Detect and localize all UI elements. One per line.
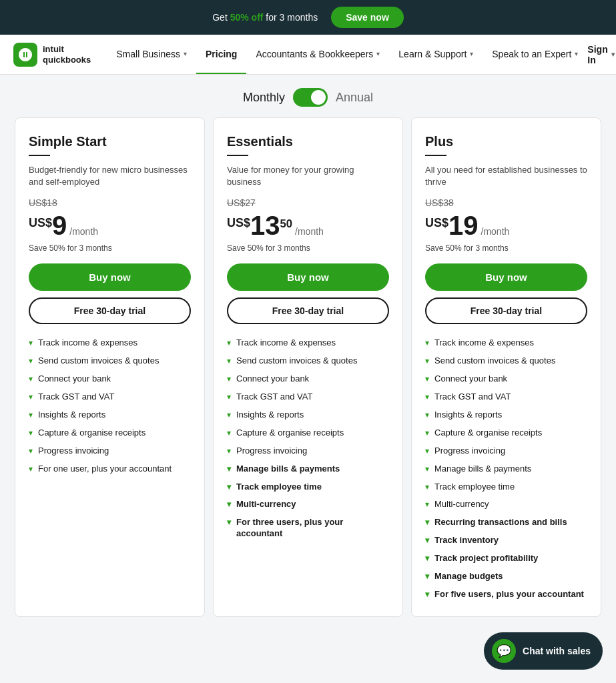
- free-trial-button[interactable]: Free 30-day trial: [29, 297, 191, 324]
- feature-chevron-icon: ▾: [227, 356, 231, 367]
- toggle-knob: [311, 90, 326, 105]
- feature-item: ▾ Manage budgets: [425, 571, 587, 582]
- billing-toggle[interactable]: [293, 88, 328, 107]
- feature-text: Connect your bank: [236, 374, 309, 385]
- feature-item: ▾ Track GST and VAT: [425, 392, 587, 403]
- feature-text: Insights & reports: [434, 410, 502, 421]
- chevron-down-icon: ▾: [184, 50, 187, 57]
- feature-text: Track employee time: [236, 482, 322, 493]
- save-now-button[interactable]: Save now: [331, 7, 404, 28]
- feature-text: For one user, plus your accountant: [38, 464, 172, 475]
- chevron-down-icon: ▾: [611, 51, 615, 58]
- plan-description: Value for money for your growing busines…: [227, 164, 389, 188]
- feature-text: For five users, plus your accountant: [434, 589, 584, 600]
- chevron-down-icon: ▾: [470, 50, 473, 57]
- feature-item: ▾ Track project profitability: [425, 553, 587, 564]
- feature-text: Track GST and VAT: [434, 392, 511, 403]
- feature-chevron-icon: ▾: [29, 410, 33, 421]
- chat-widget[interactable]: 💬 Chat with sales: [484, 632, 603, 637]
- plan-title: Plus: [425, 134, 587, 149]
- feature-item: ▾ Connect your bank: [425, 374, 587, 385]
- feature-text: Progress invoicing: [38, 446, 109, 457]
- feature-chevron-icon: ▾: [29, 374, 33, 385]
- feature-chevron-icon: ▾: [29, 464, 33, 475]
- feature-chevron-icon: ▾: [425, 356, 429, 367]
- plan-card-simple-start: Simple Start Budget-friendly for new mic…: [15, 117, 205, 617]
- feature-text: Track project profitability: [434, 553, 538, 564]
- chevron-down-icon: ▾: [376, 50, 380, 57]
- feature-text: Track income & expenses: [236, 337, 336, 349]
- nav-item-small-business[interactable]: Small Business ▾: [107, 35, 196, 74]
- feature-item: ▾ Connect your bank: [227, 374, 389, 385]
- feature-chevron-icon: ▾: [227, 500, 231, 510]
- feature-item: ▾ Recurring transactions and bills: [425, 517, 587, 528]
- feature-text: Track GST and VAT: [236, 392, 312, 403]
- feature-chevron-icon: ▾: [227, 392, 231, 403]
- pricing-cards-container: Simple Start Budget-friendly for new mic…: [0, 117, 616, 637]
- price-decimal: 50: [280, 217, 293, 236]
- nav-item-pricing[interactable]: Pricing: [196, 35, 246, 74]
- buy-now-button[interactable]: Buy now: [227, 263, 389, 291]
- original-price: US$38: [425, 197, 587, 208]
- buy-now-button[interactable]: Buy now: [29, 263, 191, 291]
- feature-item: ▾ Progress invoicing: [425, 446, 587, 457]
- logo-icon: [13, 43, 37, 67]
- banner-text: Get 50% off for 3 months: [212, 12, 318, 23]
- feature-chevron-icon: ▾: [425, 482, 429, 493]
- sign-in-label: Sign In: [587, 44, 607, 65]
- feature-item: ▾ Multi-currency: [227, 499, 389, 510]
- feature-item: ▾ Send custom invoices & quotes: [425, 356, 587, 367]
- feature-chevron-icon: ▾: [29, 356, 33, 367]
- feature-chevron-icon: ▾: [227, 374, 231, 385]
- nav-item-expert[interactable]: Speak to an Expert ▾: [483, 35, 587, 74]
- logo-text: intuit quickbooks: [43, 44, 91, 65]
- monthly-label: Monthly: [243, 91, 285, 105]
- feature-text: Capture & organise receipts: [38, 428, 145, 439]
- feature-chevron-icon: ▾: [425, 536, 429, 546]
- feature-chevron-icon: ▾: [29, 428, 33, 439]
- feature-chevron-icon: ▾: [227, 446, 231, 457]
- plan-title: Essentials: [227, 134, 389, 149]
- feature-chevron-icon: ▾: [227, 482, 231, 493]
- original-price: US$27: [227, 197, 389, 208]
- original-price: US$18: [29, 197, 191, 208]
- nav-items: Small Business ▾ Pricing Accountants & B…: [107, 35, 587, 74]
- feature-item: ▾ For three users, plus your accountant: [227, 517, 389, 540]
- feature-item: ▾ Track employee time: [425, 482, 587, 493]
- feature-chevron-icon: ▾: [425, 590, 429, 600]
- free-trial-button[interactable]: Free 30-day trial: [227, 297, 389, 324]
- feature-chevron-icon: ▾: [425, 500, 429, 510]
- feature-chevron-icon: ▾: [425, 392, 429, 403]
- price-main: 19: [448, 211, 479, 241]
- features-list: ▾ Track income & expenses ▾ Send custom …: [227, 337, 389, 540]
- price-main: 13: [250, 211, 280, 241]
- free-trial-button[interactable]: Free 30-day trial: [425, 297, 587, 324]
- feature-item: ▾ Progress invoicing: [29, 446, 191, 457]
- nav-item-learn[interactable]: Learn & Support ▾: [389, 35, 483, 74]
- feature-text: Insights & reports: [236, 410, 304, 421]
- feature-chevron-icon: ▾: [425, 572, 429, 582]
- feature-text: Send custom invoices & quotes: [236, 356, 357, 367]
- feature-text: Track GST and VAT: [38, 392, 114, 403]
- feature-text: Capture & organise receipts: [434, 428, 542, 439]
- feature-text: Manage bills & payments: [434, 464, 531, 475]
- feature-text: Connect your bank: [434, 374, 507, 385]
- feature-chevron-icon: ▾: [425, 518, 429, 528]
- feature-text: Progress invoicing: [236, 446, 307, 457]
- feature-text: Multi-currency: [434, 499, 489, 510]
- feature-text: Capture & organise receipts: [236, 428, 344, 439]
- buy-now-button[interactable]: Buy now: [425, 263, 587, 291]
- annual-label: Annual: [336, 91, 373, 105]
- sign-in-button[interactable]: Sign In ▾: [587, 44, 614, 65]
- feature-text: For three users, plus your accountant: [236, 517, 389, 540]
- feature-item: ▾ For five users, plus your accountant: [425, 589, 587, 600]
- feature-item: ▾ Insights & reports: [227, 410, 389, 421]
- feature-text: Connect your bank: [38, 374, 111, 385]
- feature-chevron-icon: ▾: [425, 554, 429, 564]
- save-text: Save 50% for 3 months: [227, 243, 389, 253]
- nav-item-accountants[interactable]: Accountants & Bookkeepers ▾: [246, 35, 389, 74]
- feature-item: ▾ Track employee time: [227, 482, 389, 493]
- price-period: /month: [481, 226, 510, 237]
- chevron-down-icon: ▾: [575, 50, 578, 57]
- nav-right: Sign In ▾: [587, 44, 614, 65]
